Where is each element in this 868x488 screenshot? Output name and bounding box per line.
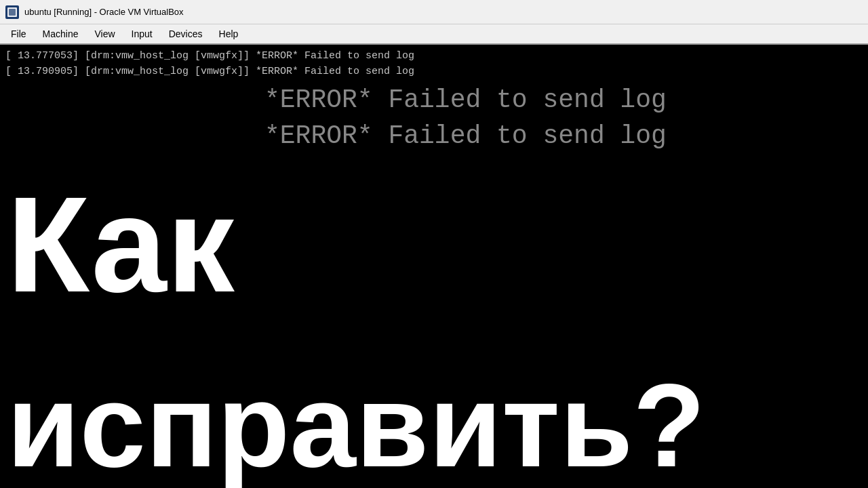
menu-devices[interactable]: Devices [161, 26, 211, 42]
menu-help[interactable]: Help [211, 26, 247, 42]
menu-view[interactable]: View [86, 26, 123, 42]
virtualbox-icon [5, 5, 19, 19]
title-bar: ubuntu [Running] - Oracle VM VirtualBox [0, 0, 868, 24]
russian-text-bottom: исправить? [0, 366, 868, 488]
log-line-1: [ 13.777053] [drm:vmw_host_log [vmwgfx]]… [5, 49, 863, 64]
menu-input[interactable]: Input [123, 26, 161, 42]
terminal-area: [ 13.777053] [drm:vmw_host_log [vmwgfx]]… [0, 45, 868, 488]
error-overlay-line-1: *ERROR* Failed to send log [264, 82, 868, 118]
error-overlay: *ERROR* Failed to send log *ERROR* Faile… [264, 82, 868, 154]
svg-rect-2 [9, 9, 16, 16]
window-title: ubuntu [Running] - Oracle VM VirtualBox [24, 7, 184, 17]
menu-machine[interactable]: Machine [35, 26, 87, 42]
menu-bar: File Machine View Input Devices Help [0, 24, 868, 45]
log-lines: [ 13.777053] [drm:vmw_host_log [vmwgfx]]… [0, 45, 868, 83]
menu-file[interactable]: File [3, 26, 35, 42]
log-line-2: [ 13.790905] [drm:vmw_host_log [vmwgfx]]… [5, 64, 863, 80]
error-overlay-line-2: *ERROR* Failed to send log [264, 118, 868, 154]
russian-text-top: Как [0, 177, 235, 312]
